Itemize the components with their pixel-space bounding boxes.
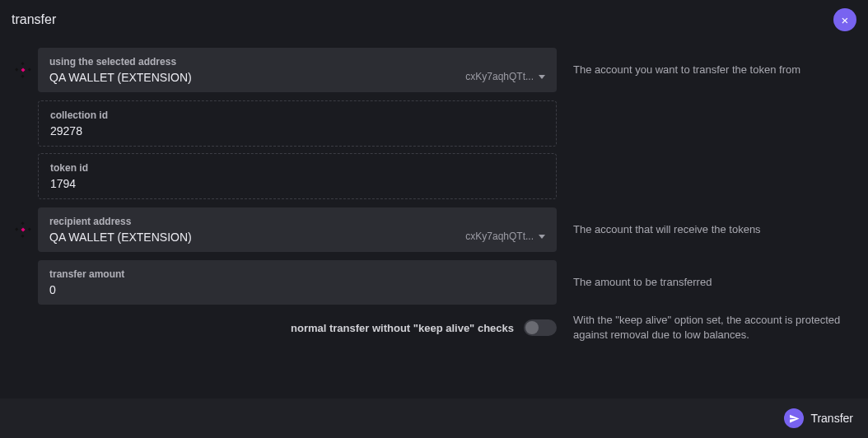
collection-id-value: 29278 bbox=[50, 124, 544, 137]
token-id-field: token id 1794 bbox=[38, 153, 557, 199]
modal-body: using the selected address QA WALLET (EX… bbox=[0, 38, 868, 398]
send-icon bbox=[784, 408, 804, 428]
transfer-amount-label: transfer amount bbox=[49, 268, 545, 280]
from-account-short-address: cxKy7aqhQTt... bbox=[465, 71, 545, 82]
chevron-down-icon bbox=[539, 235, 545, 239]
recipient-help: The account that will receive the tokens bbox=[573, 207, 855, 252]
keep-alive-toggle[interactable] bbox=[524, 319, 557, 336]
svg-rect-9 bbox=[21, 235, 25, 238]
close-button[interactable]: × bbox=[833, 8, 856, 31]
from-account-identicon bbox=[14, 61, 32, 79]
collection-id-field: collection id 29278 bbox=[38, 100, 557, 147]
recipient-selector[interactable]: recipient address QA WALLET (EXTENSION) … bbox=[38, 207, 557, 252]
modal-footer: Transfer bbox=[0, 398, 868, 438]
svg-rect-4 bbox=[21, 75, 25, 78]
chevron-down-icon bbox=[539, 75, 545, 79]
amount-help: The amount to be transferred bbox=[573, 260, 855, 305]
recipient-identicon bbox=[14, 221, 32, 239]
keep-alive-row: normal transfer without "keep alive" che… bbox=[13, 313, 855, 342]
transfer-amount-field[interactable]: transfer amount 0 bbox=[38, 260, 557, 305]
transfer-button-label: Transfer bbox=[810, 412, 853, 425]
svg-rect-0 bbox=[21, 68, 25, 72]
from-account-row: using the selected address QA WALLET (EX… bbox=[13, 48, 855, 92]
svg-rect-5 bbox=[21, 227, 25, 231]
transfer-amount-value: 0 bbox=[49, 283, 545, 296]
svg-rect-1 bbox=[15, 68, 18, 72]
modal-header: transfer × bbox=[0, 0, 868, 38]
from-account-selector[interactable]: using the selected address QA WALLET (EX… bbox=[38, 48, 557, 92]
toggle-knob bbox=[525, 321, 539, 334]
keep-alive-toggle-label: normal transfer without "keep alive" che… bbox=[291, 322, 514, 334]
transfer-button[interactable]: Transfer bbox=[784, 408, 853, 428]
collection-id-label: collection id bbox=[50, 110, 544, 121]
token-id-value: 1794 bbox=[50, 177, 544, 190]
svg-rect-8 bbox=[21, 221, 25, 225]
token-id-label: token id bbox=[50, 162, 544, 174]
modal-title: transfer bbox=[12, 12, 56, 27]
from-account-label: using the selected address bbox=[49, 56, 545, 68]
recipient-row: recipient address QA WALLET (EXTENSION) … bbox=[13, 207, 855, 252]
keep-alive-help: With the "keep alive" option set, the ac… bbox=[573, 313, 855, 342]
recipient-label: recipient address bbox=[49, 216, 545, 227]
amount-row: transfer amount 0 The amount to be trans… bbox=[13, 260, 855, 305]
svg-rect-7 bbox=[28, 228, 31, 231]
svg-rect-6 bbox=[15, 228, 18, 231]
ids-row: collection id 29278 token id 1794 bbox=[13, 100, 855, 199]
svg-rect-2 bbox=[28, 68, 31, 72]
close-icon: × bbox=[842, 14, 849, 26]
recipient-short-address: cxKy7aqhQTt... bbox=[465, 231, 545, 242]
svg-rect-3 bbox=[21, 62, 25, 65]
from-account-help: The account you want to transfer the tok… bbox=[573, 48, 855, 92]
